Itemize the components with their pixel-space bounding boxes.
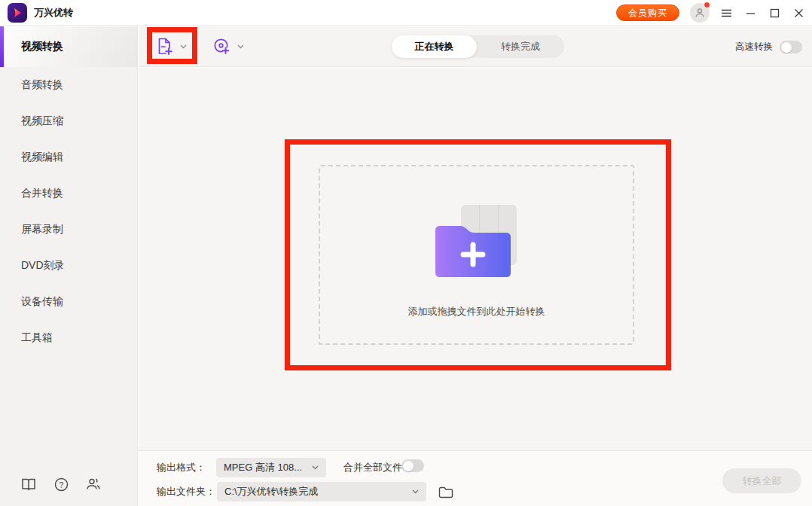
question-circle-icon: ? bbox=[54, 477, 69, 492]
fast-convert-label: 高速转换 bbox=[735, 41, 773, 53]
sidebar-item-label: 合并转换 bbox=[21, 187, 63, 200]
titlebar: 万兴优转 会员购买 bbox=[0, 0, 812, 26]
tab-converted[interactable]: 转换完成 bbox=[477, 35, 564, 58]
sidebar-item-merge-convert[interactable]: 合并转换 bbox=[0, 175, 137, 212]
sidebar-item-label: 视频编辑 bbox=[21, 151, 63, 164]
close-button[interactable] bbox=[789, 4, 807, 22]
toggle-knob bbox=[781, 42, 792, 53]
convert-all-button[interactable]: 转换全部 bbox=[722, 468, 801, 493]
chevron-down-icon bbox=[412, 489, 419, 494]
output-folder-select[interactable]: C:\万兴优转\转换完成 bbox=[217, 482, 426, 501]
merge-all-toggle[interactable] bbox=[401, 459, 424, 472]
sidebar-item-label: 设备传输 bbox=[21, 295, 63, 309]
sidebar-item-screen-record[interactable]: 屏幕录制 bbox=[0, 212, 137, 248]
community-button[interactable] bbox=[85, 476, 102, 492]
notification-dot bbox=[704, 2, 710, 8]
output-folder-label: 输出文件夹： bbox=[157, 485, 215, 498]
person-icon bbox=[694, 8, 705, 18]
avatar[interactable] bbox=[690, 3, 710, 23]
minimize-icon bbox=[746, 8, 756, 18]
toolbar: 正在转换 转换完成 高速转换 bbox=[139, 26, 812, 67]
sidebar-item-dvd-burn[interactable]: DVD刻录 bbox=[0, 248, 137, 284]
merge-all-label: 合并全部文件 bbox=[343, 461, 402, 474]
book-icon bbox=[21, 477, 36, 491]
add-file-icon bbox=[154, 36, 175, 56]
add-disc-icon bbox=[212, 36, 232, 56]
svg-text:?: ? bbox=[59, 480, 63, 489]
folder-icon bbox=[438, 486, 453, 498]
app-window: 万兴优转 会员购买 视频转换 bbox=[0, 0, 812, 506]
folder-plus-graphic bbox=[435, 224, 511, 277]
window-controls bbox=[717, 0, 807, 26]
dropzone[interactable]: 添加或拖拽文件到此处开始转换 bbox=[319, 165, 634, 345]
add-files-folder-icon bbox=[435, 205, 518, 277]
fast-convert-toggle[interactable] bbox=[780, 41, 802, 53]
chevron-down-icon bbox=[237, 44, 244, 49]
browse-folder-button[interactable] bbox=[438, 483, 454, 500]
sidebar-item-video-compress[interactable]: 视频压缩 bbox=[0, 103, 137, 139]
dropzone-hint: 添加或拖拽文件到此处开始转换 bbox=[408, 305, 545, 319]
bottombar: 输出格式： MPEG 高清 108... 合并全部文件 输出文件夹： C:\万兴… bbox=[139, 450, 812, 506]
sidebar-item-label: 屏幕录制 bbox=[21, 223, 63, 236]
sidebar-item-label: DVD刻录 bbox=[21, 259, 65, 273]
sidebar-item-video-convert[interactable]: 视频转换 bbox=[0, 26, 137, 67]
chevron-down-icon bbox=[180, 44, 187, 49]
sidebar-item-video-edit[interactable]: 视频编辑 bbox=[0, 139, 137, 175]
sidebar-item-toolbox[interactable]: 工具箱 bbox=[0, 320, 137, 356]
output-format-select[interactable]: MPEG 高清 108... bbox=[216, 458, 326, 477]
menu-button[interactable] bbox=[717, 4, 735, 22]
sidebar-item-label: 工具箱 bbox=[21, 331, 53, 345]
chevron-down-icon bbox=[312, 465, 319, 470]
load-dvd-button[interactable] bbox=[212, 36, 244, 56]
app-logo-icon bbox=[8, 3, 27, 23]
sidebar-footer: ? bbox=[0, 462, 102, 506]
maximize-icon bbox=[770, 8, 780, 18]
tab-converting[interactable]: 正在转换 bbox=[392, 35, 477, 58]
active-indicator bbox=[0, 26, 4, 67]
sidebar-item-audio-convert[interactable]: 音频转换 bbox=[0, 67, 137, 103]
people-icon bbox=[86, 477, 101, 491]
help-button[interactable]: ? bbox=[53, 476, 69, 492]
minimize-button[interactable] bbox=[741, 4, 759, 22]
add-file-button[interactable] bbox=[154, 36, 187, 56]
sidebar-item-label: 视频转换 bbox=[21, 40, 63, 53]
hamburger-icon bbox=[721, 8, 732, 18]
guide-button[interactable] bbox=[20, 476, 37, 492]
maximize-button[interactable] bbox=[765, 4, 783, 22]
sidebar-item-label: 音频转换 bbox=[21, 78, 63, 92]
output-format-value: MPEG 高清 108... bbox=[224, 461, 302, 474]
sidebar-item-device-transfer[interactable]: 设备传输 bbox=[0, 284, 137, 320]
output-format-label: 输出格式： bbox=[157, 461, 206, 474]
toggle-knob bbox=[403, 461, 414, 471]
sidebar-item-label: 视频压缩 bbox=[21, 114, 63, 128]
output-folder-value: C:\万兴优转\转换完成 bbox=[224, 485, 318, 498]
sidebar: 视频转换 音频转换 视频压缩 视频编辑 合并转换 屏幕录制 DVD刻录 设备传输… bbox=[0, 26, 138, 506]
app-title: 万兴优转 bbox=[34, 6, 73, 20]
main-content: 添加或拖拽文件到此处开始转换 bbox=[139, 68, 812, 450]
status-tabs: 正在转换 转换完成 bbox=[392, 35, 564, 58]
fast-convert-group: 高速转换 bbox=[735, 41, 802, 53]
buy-membership-button[interactable]: 会员购买 bbox=[616, 5, 679, 21]
close-icon bbox=[794, 8, 804, 18]
